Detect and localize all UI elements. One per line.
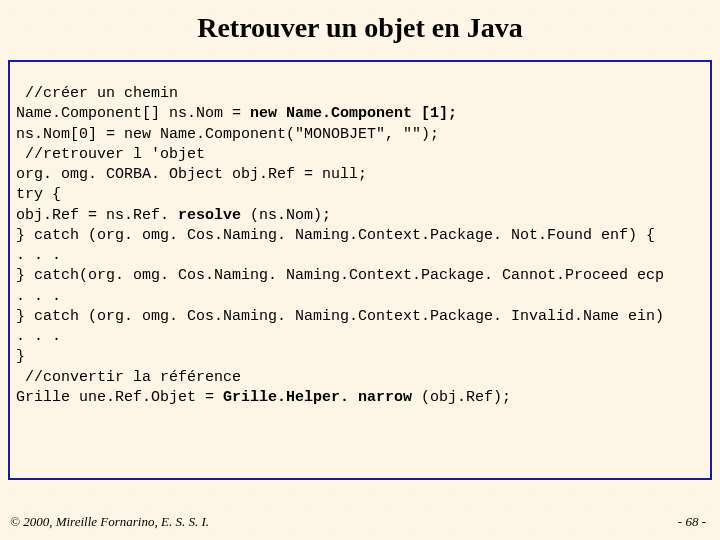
code-line: . . . — [16, 287, 704, 307]
code-line: . . . — [16, 246, 704, 266]
code-line: try { — [16, 185, 704, 205]
code-line: Grille une.Ref.Objet = Grille.Helper. na… — [16, 388, 704, 408]
code-line: } catch (org. omg. Cos.Naming. Naming.Co… — [16, 307, 704, 327]
code-block: //créer un chemin Name.Component[] ns.No… — [8, 60, 712, 480]
slide-title: Retrouver un objet en Java — [0, 0, 720, 54]
code-line: Name.Component[] ns.Nom = new Name.Compo… — [16, 104, 704, 124]
code-line: } catch (org. omg. Cos.Naming. Naming.Co… — [16, 226, 704, 246]
code-line: //convertir la référence — [16, 368, 704, 388]
code-line: } — [16, 347, 704, 367]
code-line: ns.Nom[0] = new Name.Component("MONOBJET… — [16, 125, 704, 145]
code-line: . . . — [16, 327, 704, 347]
copyright-text: © 2000, Mireille Fornarino, E. S. S. I. — [10, 514, 209, 530]
page-number: - 68 - — [678, 514, 706, 530]
code-line: //retrouver l 'objet — [16, 145, 704, 165]
code-line: obj.Ref = ns.Ref. resolve (ns.Nom); — [16, 206, 704, 226]
code-line: } catch(org. omg. Cos.Naming. Naming.Con… — [16, 266, 704, 286]
code-line: org. omg. CORBA. Object obj.Ref = null; — [16, 165, 704, 185]
code-line: //créer un chemin — [16, 84, 704, 104]
